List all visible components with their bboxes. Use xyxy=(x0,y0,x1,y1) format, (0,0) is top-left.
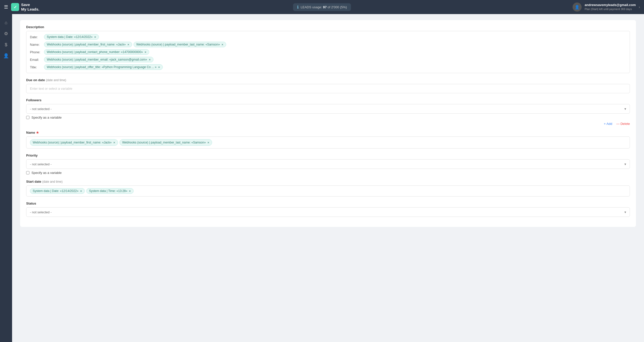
due-date-sub: (date and time) xyxy=(46,78,66,82)
start-date-sub: (date and time) xyxy=(42,180,63,183)
logo: ✓ Save My Leads. xyxy=(11,3,39,12)
status-field: Status - not selected - ▾ xyxy=(26,202,630,217)
name-tag-area[interactable]: Webhooks (source) | payload_member_first… xyxy=(26,136,630,149)
status-label: Status xyxy=(26,202,630,205)
topbar-center: ℹ LEADS usage: 97 of 2'000 (5%) xyxy=(163,3,481,11)
start-date-tag-area[interactable]: System data | Date: «12/14/2022» ✕ Syste… xyxy=(26,185,630,197)
description-label: Description xyxy=(26,25,630,29)
tag-system-date: System data | Date: «12/14/2022» ✕ xyxy=(44,34,99,40)
user-info: andrewsavemyleads@gmail.com Plan |Start|… xyxy=(585,3,636,11)
followers-label: Followers xyxy=(26,98,630,102)
topbar: ☰ ✓ Save My Leads. ℹ LEADS usage: 97 of … xyxy=(0,0,644,14)
priority-specify-checkbox[interactable] xyxy=(26,171,29,174)
logo-check-icon: ✓ xyxy=(11,3,19,11)
tag-close-icon[interactable]: ✕ xyxy=(149,58,151,61)
desc-key-title: Title: xyxy=(30,64,43,69)
followers-select[interactable]: - not selected - ▾ xyxy=(26,104,630,114)
priority-field: Priority - not selected - ▾ Specify as a… xyxy=(26,154,630,175)
priority-value: - not selected - xyxy=(30,162,52,166)
followers-value: - not selected - xyxy=(30,107,52,111)
desc-key-phone: Phone: xyxy=(30,49,43,54)
priority-select[interactable]: - not selected - ▾ xyxy=(26,159,630,169)
main-layout: ⌂ ⚙ $ 👤 Description Date: System data | … xyxy=(0,14,644,342)
topbar-right: 👤 andrewsavemyleads@gmail.com Plan |Star… xyxy=(481,3,640,12)
desc-key-name: Name: xyxy=(30,42,43,46)
add-delete-row: + Add — Delete xyxy=(26,122,630,126)
topbar-left: ☰ ✓ Save My Leads. xyxy=(4,3,163,12)
chevron-down-icon: ▾ xyxy=(624,210,626,214)
tag-close-icon[interactable]: ✕ xyxy=(113,141,115,144)
add-button[interactable]: + Add xyxy=(604,122,612,126)
tag-close-icon[interactable]: ✕ xyxy=(127,43,129,46)
due-date-input[interactable] xyxy=(26,84,630,93)
leads-usage: ℹ LEADS usage: 97 of 2'000 (5%) xyxy=(293,3,351,11)
desc-key-email: Email: xyxy=(30,57,43,62)
due-date-field: Due on date (date and time) xyxy=(26,78,630,93)
followers-field: Followers - not selected - ▾ Specify as … xyxy=(26,98,630,126)
topbar-arrow-icon[interactable]: › xyxy=(639,5,640,9)
priority-specify-row: Specify as a variable xyxy=(26,171,630,175)
desc-row-name: Name: Webhooks (source) | payload_member… xyxy=(30,42,626,47)
chevron-down-icon: ▾ xyxy=(624,162,626,166)
content-area: Description Date: System data | Date: «1… xyxy=(12,14,644,342)
followers-specify-checkbox[interactable] xyxy=(26,116,29,119)
desc-row-email: Email: Webhooks (source) | payload_membe… xyxy=(30,57,626,62)
followers-specify-label[interactable]: Specify as a variable xyxy=(31,116,62,119)
desc-key-date: Date: xyxy=(30,34,43,39)
tag-close-icon[interactable]: ✕ xyxy=(207,141,209,144)
info-icon: ℹ xyxy=(297,5,299,10)
user-plan: Plan |Start| left until payment 369 days xyxy=(585,7,636,11)
status-select[interactable]: - not selected - ▾ xyxy=(26,207,630,217)
tag-webhook-title: Webhooks (source) | payload_offer_title:… xyxy=(44,64,163,70)
tag-webhook-firstname: Webhooks (source) | payload_member_first… xyxy=(44,42,132,47)
priority-label: Priority xyxy=(26,154,630,157)
sidebar-item-account[interactable]: 👤 xyxy=(2,51,11,60)
sidebar-item-home[interactable]: ⌂ xyxy=(2,18,11,27)
logo-text: Save My Leads. xyxy=(21,3,39,12)
chevron-down-icon: ▾ xyxy=(624,107,626,111)
followers-specify-row: Specify as a variable xyxy=(26,116,630,119)
sidebar: ⌂ ⚙ $ 👤 xyxy=(0,14,12,342)
start-date-label: Start date (date and time) xyxy=(26,180,630,183)
start-date-tag-time: System data | Time: «13:28» ✕ xyxy=(86,188,134,194)
desc-row-phone: Phone: Webhooks (source) | payload_conta… xyxy=(30,49,626,55)
tag-close-icon[interactable]: ✕ xyxy=(94,36,96,38)
tag-close-icon[interactable]: ✕ xyxy=(129,190,131,192)
description-field: Description Date: System data | Date: «1… xyxy=(26,25,630,73)
start-date-field: Start date (date and time) System data |… xyxy=(26,180,630,197)
form-section: Description Date: System data | Date: «1… xyxy=(20,20,636,227)
sidebar-item-billing[interactable]: $ xyxy=(2,40,11,49)
due-date-label: Due on date (date and time) xyxy=(26,78,630,82)
desc-row-title: Title: Webhooks (source) | payload_offer… xyxy=(30,64,626,70)
name-tag-lastname: Webhooks (source) | payload_member_last_… xyxy=(119,139,212,146)
tag-webhook-phone: Webhooks (source) | payload_contact_phon… xyxy=(44,49,149,55)
leads-usage-text: LEADS usage: 97 of 2'000 (5%) xyxy=(301,5,347,9)
status-value: - not selected - xyxy=(30,210,52,214)
tag-close-icon[interactable]: ✕ xyxy=(80,190,82,192)
name-label: Name ★ xyxy=(26,131,630,134)
priority-specify-label[interactable]: Specify as a variable xyxy=(31,171,62,175)
desc-row-date: Date: System data | Date: «12/14/2022» ✕ xyxy=(30,34,626,40)
delete-button[interactable]: — Delete xyxy=(616,122,630,126)
name-field: Name ★ Webhooks (source) | payload_membe… xyxy=(26,131,630,149)
menu-icon[interactable]: ☰ xyxy=(4,4,8,10)
tag-webhook-lastname: Webhooks (source) | payload_member_last_… xyxy=(134,42,226,47)
user-avatar: 👤 xyxy=(573,3,582,12)
tag-webhook-email: Webhooks (source) | payload_member_email… xyxy=(44,57,153,62)
tag-close-icon[interactable]: ✕ xyxy=(158,66,160,69)
tag-close-icon[interactable]: ✕ xyxy=(221,43,223,46)
required-marker: ★ xyxy=(36,131,39,134)
tag-close-icon[interactable]: ✕ xyxy=(144,51,146,54)
name-tag-firstname: Webhooks (source) | payload_member_first… xyxy=(30,139,118,146)
sidebar-item-integrations[interactable]: ⚙ xyxy=(2,29,11,38)
start-date-tag-date: System data | Date: «12/14/2022» ✕ xyxy=(30,188,85,194)
description-box: Date: System data | Date: «12/14/2022» ✕… xyxy=(26,31,630,73)
user-email: andrewsavemyleads@gmail.com xyxy=(585,3,636,7)
